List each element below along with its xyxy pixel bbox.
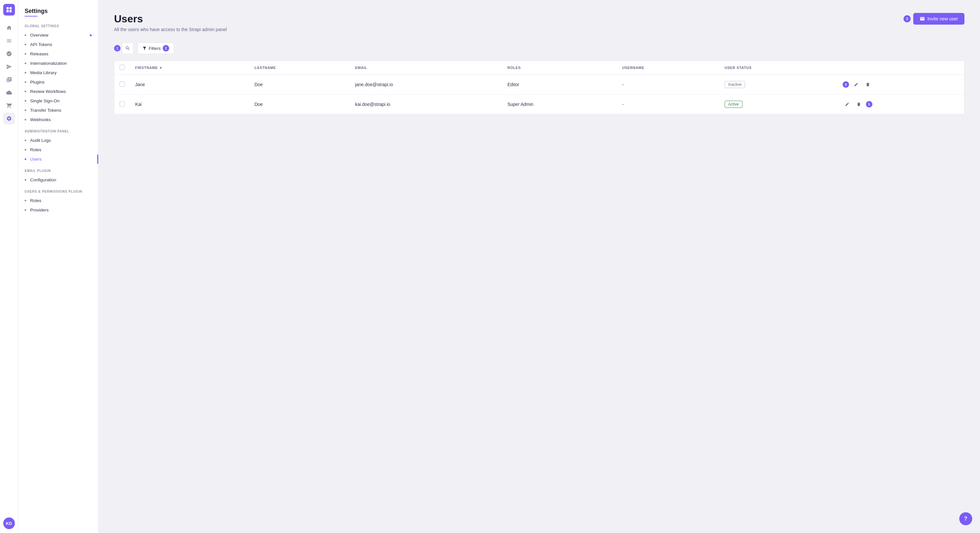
nav-home[interactable] bbox=[3, 22, 15, 34]
sidebar-item-webhooks[interactable]: Webhooks bbox=[18, 115, 98, 124]
svg-rect-3 bbox=[10, 10, 12, 12]
select-all-cell bbox=[115, 61, 130, 75]
table-header-row: FIRSTNAME ▼ LASTNAME EMAIL ROLES USERNAM… bbox=[115, 61, 964, 75]
row2-firstname: Kai bbox=[130, 95, 249, 114]
sidebar-section-email: Email Plugin bbox=[18, 169, 98, 175]
col-firstname[interactable]: FIRSTNAME ▼ bbox=[130, 61, 249, 75]
sidebar-item-label: Webhooks bbox=[30, 117, 51, 122]
sidebar-item-overview[interactable]: Overview bbox=[18, 30, 98, 40]
sidebar-item-internationalization[interactable]: Internationalization bbox=[18, 59, 98, 68]
col-status-label: USER STATUS bbox=[725, 66, 751, 70]
sidebar-item-label: Internationalization bbox=[30, 61, 67, 66]
nav-content[interactable] bbox=[3, 35, 15, 47]
sidebar-item-label: Single Sign-On bbox=[30, 98, 60, 103]
row2-username: - bbox=[617, 95, 719, 114]
delete-icon bbox=[865, 82, 870, 87]
sidebar-item-label: API Tokens bbox=[30, 42, 52, 47]
sidebar-divider bbox=[25, 16, 38, 16]
users-table: FIRSTNAME ▼ LASTNAME EMAIL ROLES USERNAM… bbox=[114, 60, 964, 114]
sidebar-item-releases[interactable]: Releases bbox=[18, 49, 98, 59]
page-subtitle: All the users who have access to the Str… bbox=[114, 27, 227, 32]
row1-roles: Editor bbox=[502, 75, 617, 95]
sidebar-item-audit-logs[interactable]: Audit Logs bbox=[18, 136, 98, 145]
row1-username: - bbox=[617, 75, 719, 95]
col-lastname-label: LASTNAME bbox=[255, 66, 276, 70]
svg-rect-1 bbox=[10, 7, 12, 10]
sidebar-section-global: Global Settings bbox=[18, 24, 98, 30]
sidebar-title: Settings bbox=[18, 8, 98, 16]
row2-checkbox[interactable] bbox=[119, 102, 125, 106]
row2-edit-button[interactable] bbox=[843, 100, 852, 109]
sidebar-item-configuration[interactable]: Configuration bbox=[18, 175, 98, 185]
sidebar-dot bbox=[25, 34, 26, 36]
sidebar-item-single-sign-on[interactable]: Single Sign-On bbox=[18, 96, 98, 106]
col-status[interactable]: USER STATUS bbox=[719, 61, 837, 75]
nav-builder[interactable] bbox=[3, 48, 15, 60]
sidebar-section-up: Users & Permissions Plugin bbox=[18, 190, 98, 196]
main-content: Users All the users who have access to t… bbox=[99, 0, 980, 533]
icon-bar-bottom: KD bbox=[3, 517, 15, 529]
user-avatar[interactable]: KD bbox=[3, 517, 15, 529]
row2-badge: 5 bbox=[866, 101, 872, 108]
sidebar-dot bbox=[25, 209, 26, 211]
sort-icon: ▼ bbox=[159, 66, 163, 70]
sidebar-item-roles[interactable]: Roles bbox=[18, 145, 98, 154]
sidebar-item-transfer-tokens[interactable]: Transfer Tokens bbox=[18, 106, 98, 115]
row1-delete-button[interactable] bbox=[863, 80, 872, 89]
row2-roles: Super Admin bbox=[502, 95, 617, 114]
mail-icon bbox=[920, 16, 925, 21]
filter-icon bbox=[142, 46, 147, 51]
sidebar-item-label: Media Library bbox=[30, 70, 57, 75]
toolbar: 1 Filters 2 bbox=[114, 43, 964, 54]
sidebar-item-review-workflows[interactable]: Review Workflows bbox=[18, 87, 98, 96]
invite-new-user-button[interactable]: Invite new user bbox=[913, 13, 964, 25]
sidebar-item-media-library[interactable]: Media Library bbox=[18, 68, 98, 78]
row1-lastname: Doe bbox=[249, 75, 350, 95]
sidebar-dot bbox=[25, 140, 26, 141]
row1-checkbox[interactable] bbox=[119, 82, 125, 87]
sidebar-dot bbox=[25, 90, 26, 92]
col-username[interactable]: USERNAME bbox=[617, 61, 719, 75]
sidebar-dot bbox=[25, 159, 26, 160]
col-roles[interactable]: ROLES bbox=[502, 61, 617, 75]
col-firstname-label: FIRSTNAME bbox=[135, 66, 158, 70]
sidebar-dot bbox=[25, 81, 26, 83]
nav-send[interactable] bbox=[3, 61, 15, 73]
sidebar-item-providers[interactable]: Providers bbox=[18, 205, 98, 215]
row1-edit-button[interactable] bbox=[852, 80, 861, 89]
row2-status: Active bbox=[719, 95, 837, 114]
sidebar: Settings Global Settings Overview API To… bbox=[18, 0, 99, 533]
filters-button[interactable]: Filters 2 bbox=[137, 43, 174, 54]
invite-button-label: Invite new user bbox=[928, 16, 958, 21]
row2-email: kai.doe@strapi.io bbox=[350, 95, 502, 114]
nav-cloud[interactable] bbox=[3, 87, 15, 98]
col-roles-label: ROLES bbox=[508, 66, 521, 70]
table-row: Kai Doe kai.doe@strapi.io Super Admin - … bbox=[115, 95, 964, 114]
col-lastname[interactable]: LASTNAME bbox=[249, 61, 350, 75]
select-all-checkbox[interactable] bbox=[119, 65, 125, 70]
sidebar-dot bbox=[25, 100, 26, 102]
sidebar-section-admin: Administration Panel bbox=[18, 130, 98, 136]
filters-badge: 2 bbox=[163, 45, 169, 51]
help-button[interactable]: ? bbox=[959, 512, 972, 525]
page-title: Users bbox=[114, 13, 227, 25]
sidebar-item-up-roles[interactable]: Roles bbox=[18, 196, 98, 205]
col-actions bbox=[837, 61, 964, 75]
nav-settings[interactable] bbox=[3, 113, 15, 124]
sidebar-item-label: Review Workflows bbox=[30, 89, 66, 94]
col-email[interactable]: EMAIL bbox=[350, 61, 502, 75]
sidebar-item-label: Users bbox=[30, 157, 41, 162]
nav-shop[interactable] bbox=[3, 100, 15, 111]
sidebar-item-users[interactable]: Users bbox=[18, 154, 98, 164]
row1-email: jane.doe@strapi.io bbox=[350, 75, 502, 95]
search-icon bbox=[125, 46, 130, 51]
search-button[interactable] bbox=[122, 43, 134, 54]
search-group: 1 bbox=[114, 43, 134, 54]
sidebar-item-api-tokens[interactable]: API Tokens bbox=[18, 40, 98, 49]
app-logo[interactable] bbox=[3, 4, 15, 16]
search-badge: 1 bbox=[114, 45, 121, 51]
sidebar-item-label: Providers bbox=[30, 208, 49, 213]
nav-media[interactable] bbox=[3, 74, 15, 86]
row2-delete-button[interactable] bbox=[854, 100, 863, 109]
sidebar-item-plugins[interactable]: Plugins bbox=[18, 78, 98, 87]
